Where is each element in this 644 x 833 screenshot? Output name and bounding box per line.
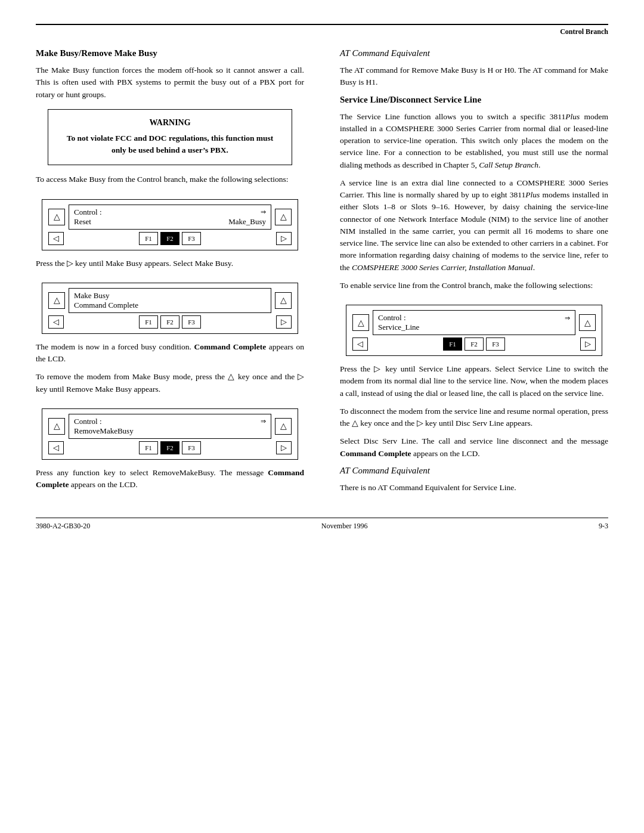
make-busy-select-instructions: Press the ▷ key until Make Busy appears.… bbox=[36, 258, 304, 270]
right-arrow-2[interactable]: ▷ bbox=[276, 315, 292, 329]
up-button-right-2[interactable]: △ bbox=[275, 292, 292, 309]
f1-button-4[interactable]: F1 bbox=[443, 337, 462, 351]
forced-busy-note: The modem is now in a forced busy condit… bbox=[36, 341, 304, 366]
lcd-line2-1: Reset Make_Busy bbox=[74, 217, 266, 227]
up-button-2[interactable]: △ bbox=[48, 292, 65, 309]
header-section: Control Branch bbox=[36, 27, 608, 36]
lcd-row-bottom-4: ◁ F1 F2 F3 ▷ bbox=[352, 337, 596, 351]
f1-button-2[interactable]: F1 bbox=[139, 315, 158, 329]
lcd-line2-4: Service_Line bbox=[378, 323, 570, 332]
lcd-row-top-2: △ Make Busy Command Complete △ bbox=[48, 288, 292, 313]
lcd-row-bottom-2: ◁ F1 F2 F3 ▷ bbox=[48, 315, 292, 329]
f2-button-4[interactable]: F2 bbox=[465, 337, 484, 351]
remove-makebusy-instructions: To remove the modem from Make Busy mode,… bbox=[36, 371, 304, 395]
header-rule bbox=[36, 24, 608, 25]
footer-left: 3980-A2-GB30-20 bbox=[36, 522, 90, 531]
lcd-display-2: △ Make Busy Command Complete △ ◁ bbox=[42, 283, 298, 334]
lcd-text-line1-1: Control : bbox=[74, 208, 102, 217]
lcd-controls-2: △ Make Busy Command Complete △ ◁ bbox=[48, 288, 292, 329]
f1-button-3[interactable]: F1 bbox=[139, 441, 158, 454]
lcd-screen-1: Control : ⇒ Reset Make_Busy bbox=[69, 205, 271, 230]
make-busy-intro: The Make Busy function forces the modem … bbox=[36, 64, 304, 101]
f3-button-3[interactable]: F3 bbox=[182, 441, 201, 454]
up-button-4[interactable]: △ bbox=[352, 314, 369, 331]
footer-right: 9-3 bbox=[599, 522, 608, 531]
lcd-controls-1: △ Control : ⇒ Reset Make_Busy △ bbox=[48, 205, 292, 245]
service-line-para1: The Service Line function allows you to … bbox=[340, 111, 608, 171]
f3-button-4[interactable]: F3 bbox=[486, 337, 505, 351]
lcd-text-reset: Reset bbox=[74, 217, 91, 227]
left-arrow-2[interactable]: ◁ bbox=[48, 315, 64, 329]
lcd-controls-3: △ Control : ⇒ RemoveMakeBusy △ bbox=[48, 414, 292, 454]
page: Control Branch Make Busy/Remove Make Bus… bbox=[0, 0, 644, 833]
lcd-screen-3: Control : ⇒ RemoveMakeBusy bbox=[69, 414, 271, 439]
f2-button-1[interactable]: F2 bbox=[160, 232, 179, 245]
f-buttons-3: F1 F2 F3 bbox=[64, 441, 276, 454]
lcd-row-bottom-1: ◁ F1 F2 F3 ▷ bbox=[48, 232, 292, 245]
at-command-para-1: The AT command for Remove Make Busy is H… bbox=[340, 64, 608, 89]
f-buttons-2: F1 F2 F3 bbox=[64, 315, 276, 329]
left-arrow-3[interactable]: ◁ bbox=[48, 441, 64, 454]
service-line-para5: To disconnect the modem from the service… bbox=[340, 405, 608, 430]
service-line-para4: Press the ▷ key until Service Line appea… bbox=[340, 363, 608, 400]
service-line-para2: A service line is an extra dial line con… bbox=[340, 177, 608, 274]
lcd-screen-2: Make Busy Command Complete bbox=[69, 288, 271, 313]
footer-center: November 1996 bbox=[321, 522, 368, 531]
lcd-text-control-4: Control : bbox=[378, 313, 406, 323]
left-arrow-1[interactable]: ◁ bbox=[48, 232, 64, 245]
lcd-display-1: △ Control : ⇒ Reset Make_Busy △ bbox=[42, 199, 298, 250]
section-title-make-busy: Make Busy/Remove Make Busy bbox=[36, 48, 304, 58]
at-command-title-1: AT Command Equivalent bbox=[340, 48, 608, 58]
lcd-line1-4: Control : ⇒ bbox=[378, 313, 570, 323]
f2-button-2[interactable]: F2 bbox=[160, 315, 179, 329]
up-button-right-3[interactable]: △ bbox=[275, 418, 292, 435]
f2-button-3[interactable]: F2 bbox=[160, 441, 179, 454]
lcd-line1-2: Make Busy bbox=[74, 291, 266, 301]
lcd-row-top-3: △ Control : ⇒ RemoveMakeBusy △ bbox=[48, 414, 292, 439]
right-arrow-3[interactable]: ▷ bbox=[276, 441, 292, 454]
lcd-screen-4: Control : ⇒ Service_Line bbox=[373, 310, 575, 335]
up-button-right-1[interactable]: △ bbox=[275, 209, 292, 225]
lcd-text-serviceline: Service_Line bbox=[378, 323, 419, 332]
lcd-line1-3: Control : ⇒ bbox=[74, 417, 266, 426]
right-column: AT Command Equivalent The AT command for… bbox=[334, 48, 608, 500]
remove-makebusy-note: Press any function key to select RemoveM… bbox=[36, 467, 304, 491]
f3-button-1[interactable]: F3 bbox=[182, 232, 201, 245]
right-arrow-1[interactable]: ▷ bbox=[276, 232, 292, 245]
lcd-arrow-4: ⇒ bbox=[565, 314, 570, 322]
lcd-display-3: △ Control : ⇒ RemoveMakeBusy △ bbox=[42, 408, 298, 460]
lcd-line1-1: Control : ⇒ bbox=[74, 208, 266, 217]
left-column: Make Busy/Remove Make Busy The Make Busy… bbox=[36, 48, 310, 500]
f1-button-1[interactable]: F1 bbox=[139, 232, 158, 245]
warning-text: To not violate FCC and DOC regulations, … bbox=[59, 132, 281, 157]
main-content: Make Busy/Remove Make Busy The Make Busy… bbox=[36, 48, 608, 500]
f3-button-2[interactable]: F3 bbox=[182, 315, 201, 329]
left-arrow-4[interactable]: ◁ bbox=[352, 337, 368, 351]
cmd-complete-label: Command Complete bbox=[194, 342, 266, 351]
lcd-controls-4: △ Control : ⇒ Service_Line △ bbox=[352, 310, 596, 351]
f-buttons-4: F1 F2 F3 bbox=[368, 337, 580, 351]
cmd-complete-label-3: Command Complete bbox=[340, 449, 411, 458]
at-command-title-2: AT Command Equivalent bbox=[340, 466, 608, 476]
right-arrow-4[interactable]: ▷ bbox=[580, 337, 596, 351]
f-buttons-1: F1 F2 F3 bbox=[64, 232, 276, 245]
lcd-line2-2: Command Complete bbox=[74, 301, 266, 310]
warning-title: WARNING bbox=[59, 118, 281, 128]
lcd-text-makebusy: Make_Busy bbox=[228, 217, 266, 227]
service-line-title: Service Line/Disconnect Service Line bbox=[340, 95, 608, 105]
lcd-text-control-3: Control : bbox=[74, 417, 102, 426]
access-instructions: To access Make Busy from the Control bra… bbox=[36, 174, 304, 185]
lcd-row-top-4: △ Control : ⇒ Service_Line △ bbox=[352, 310, 596, 335]
up-button-1[interactable]: △ bbox=[48, 209, 65, 225]
lcd-text-removemakebusy: RemoveMakeBusy bbox=[74, 426, 134, 436]
service-line-para6: Select Disc Serv Line. The call and serv… bbox=[340, 435, 608, 460]
lcd-arrow-1: ⇒ bbox=[261, 208, 266, 216]
up-button-3[interactable]: △ bbox=[48, 418, 65, 435]
service-line-para3: To enable service line from the Control … bbox=[340, 280, 608, 292]
lcd-row-bottom-3: ◁ F1 F2 F3 ▷ bbox=[48, 441, 292, 454]
up-button-right-4[interactable]: △ bbox=[579, 314, 596, 331]
lcd-text-cmdcomplete: Command Complete bbox=[74, 301, 138, 310]
lcd-line2-3: RemoveMakeBusy bbox=[74, 426, 266, 436]
warning-box: WARNING To not violate FCC and DOC regul… bbox=[48, 109, 292, 166]
lcd-arrow-3: ⇒ bbox=[261, 417, 266, 425]
